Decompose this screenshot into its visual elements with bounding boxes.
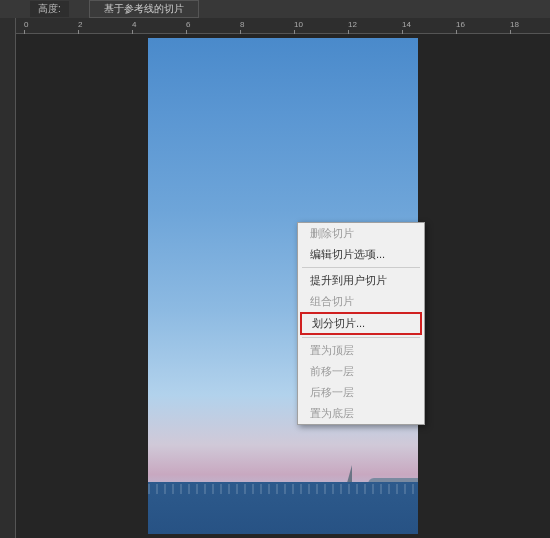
ruler-tick: 2: [78, 20, 82, 29]
ruler-tick: 18: [510, 20, 519, 29]
horizontal-ruler: 0 2 4 6 8 10 12 14 16 18: [0, 18, 550, 34]
guide-slice-button[interactable]: 基于参考线的切片: [89, 0, 199, 18]
ruler-tick: 0: [24, 20, 28, 29]
menu-edit-slice-options[interactable]: 编辑切片选项...: [298, 244, 424, 265]
vertical-ruler: [0, 34, 16, 538]
ruler-tick: 10: [294, 20, 303, 29]
menu-delete-slice[interactable]: 删除切片: [298, 223, 424, 244]
menu-send-back[interactable]: 置为底层: [298, 403, 424, 424]
ruler-tick: 16: [456, 20, 465, 29]
menu-combine-slice[interactable]: 组合切片: [298, 291, 424, 312]
canvas-area[interactable]: [16, 34, 550, 538]
height-label: 高度:: [30, 1, 69, 17]
image-sea: [148, 482, 418, 534]
ruler-tick: 4: [132, 20, 136, 29]
menu-promote-user-slice[interactable]: 提升到用户切片: [298, 270, 424, 291]
menu-separator: [302, 267, 420, 268]
menu-send-backward[interactable]: 后移一层: [298, 382, 424, 403]
ruler-tick: 6: [186, 20, 190, 29]
menu-separator: [302, 337, 420, 338]
ruler-tick: 8: [240, 20, 244, 29]
menu-divide-slice[interactable]: 划分切片...: [302, 314, 420, 333]
menu-highlight-box: 划分切片...: [300, 312, 422, 335]
options-bar: 高度: 基于参考线的切片: [0, 0, 550, 18]
menu-bring-forward[interactable]: 前移一层: [298, 361, 424, 382]
workspace: [0, 34, 550, 538]
menu-bring-front[interactable]: 置为顶层: [298, 340, 424, 361]
context-menu: 删除切片 编辑切片选项... 提升到用户切片 组合切片 划分切片... 置为顶层…: [297, 222, 425, 425]
ruler-ticks: 0 2 4 6 8 10 12 14 16 18: [16, 18, 550, 33]
ruler-tick: 14: [402, 20, 411, 29]
ruler-corner: [0, 18, 16, 34]
ruler-tick: 12: [348, 20, 357, 29]
